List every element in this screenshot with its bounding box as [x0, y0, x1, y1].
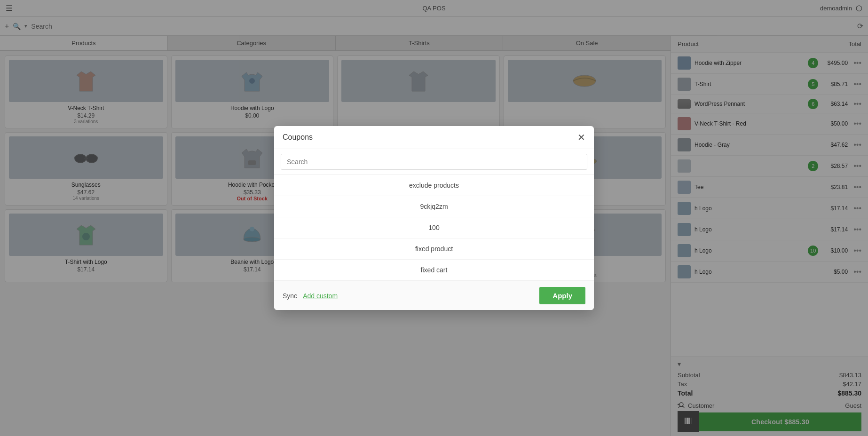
coupons-modal: Coupons ✕ exclude products 9ckjq2zm 100 … [274, 126, 594, 310]
modal-title: Coupons [283, 133, 313, 142]
coupon-list: exclude products 9ckjq2zm 100 fixed prod… [274, 175, 594, 281]
add-custom-link[interactable]: Add custom [303, 292, 338, 300]
modal-close-button[interactable]: ✕ [577, 133, 585, 142]
sync-label: Sync [283, 292, 297, 300]
coupon-search-input[interactable] [281, 154, 587, 170]
list-item[interactable]: 9ckjq2zm [274, 196, 594, 217]
list-item[interactable]: exclude products [274, 175, 594, 196]
list-item[interactable]: fixed cart [274, 260, 594, 281]
modal-search-area [274, 149, 594, 175]
list-item[interactable]: fixed product [274, 238, 594, 260]
modal-footer: Sync Add custom Apply [274, 281, 594, 310]
modal-overlay: Coupons ✕ exclude products 9ckjq2zm 100 … [0, 0, 868, 436]
apply-button[interactable]: Apply [539, 287, 585, 304]
list-item[interactable]: 100 [274, 217, 594, 238]
modal-header: Coupons ✕ [274, 126, 594, 149]
